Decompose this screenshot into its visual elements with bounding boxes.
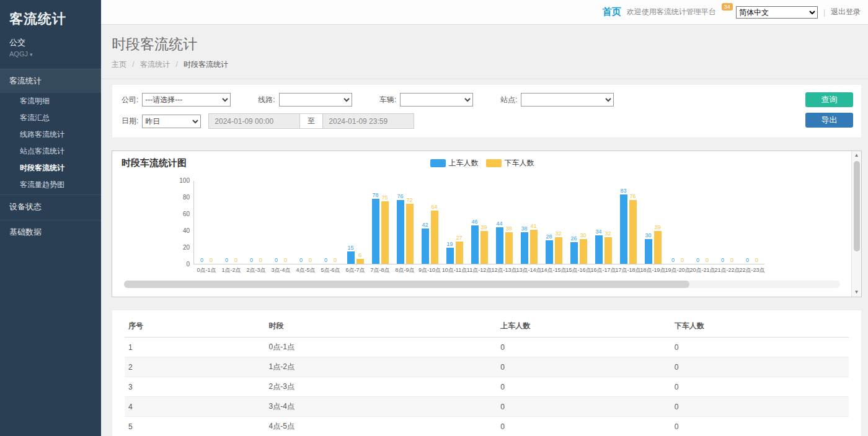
bar-value-label: 19 bbox=[446, 241, 453, 247]
station-select[interactable] bbox=[521, 93, 614, 107]
bar-group: 001点-2点 bbox=[219, 181, 244, 264]
x-axis-label: 6点-7点 bbox=[345, 266, 365, 274]
breadcrumb-current: 时段客流统计 bbox=[184, 60, 228, 69]
chart-horizontal-scrollbar[interactable] bbox=[124, 281, 840, 288]
bar-value-label: 0 bbox=[746, 257, 749, 263]
x-axis-label: 2点-3点 bbox=[246, 266, 265, 274]
bar-value-label: 75 bbox=[381, 194, 388, 201]
bar bbox=[471, 225, 479, 264]
bar-group: 003点-4点 bbox=[268, 181, 293, 264]
chart-panel: 时段车流统计图 上车人数下车人数 020406080100 000点-1点001… bbox=[112, 150, 862, 297]
line-select[interactable] bbox=[279, 93, 352, 107]
bar-value-label: 0 bbox=[225, 257, 228, 263]
export-button[interactable]: 导出 bbox=[805, 113, 853, 128]
table-row: 54点-5点00 bbox=[125, 417, 849, 436]
company-select[interactable]: ---请选择--- bbox=[142, 93, 231, 107]
table-cell: 0 bbox=[497, 338, 670, 357]
bar-group: 303918点-19点 bbox=[640, 181, 665, 264]
date-end-input[interactable] bbox=[322, 113, 414, 129]
topbar-divider: | bbox=[823, 8, 825, 17]
main-content: 时段客流统计 主页 / 客流统计 / 时段客流统计 公司: ---请选择--- … bbox=[101, 25, 868, 436]
bar bbox=[480, 231, 488, 264]
x-axis-label: 17点-18点 bbox=[615, 266, 640, 274]
bar-value-label: 38 bbox=[521, 225, 527, 232]
legend-item[interactable]: 下车人数 bbox=[486, 158, 534, 168]
sidebar-item[interactable]: 客流汇总 bbox=[0, 110, 101, 126]
notification-badge[interactable]: 34 bbox=[722, 3, 733, 11]
vertical-scroll-thumb[interactable] bbox=[854, 161, 860, 251]
breadcrumb: 主页 / 客流统计 / 时段客流统计 bbox=[112, 59, 862, 70]
vehicle-filter-label: 车辆: bbox=[379, 95, 396, 105]
bar bbox=[580, 239, 587, 264]
vehicle-select[interactable] bbox=[400, 93, 473, 107]
bar-group: 443812点-13点 bbox=[492, 181, 516, 264]
x-axis-label: 21点-22点 bbox=[714, 266, 740, 274]
sidebar-item[interactable]: 客流量趋势图 bbox=[0, 177, 101, 193]
sidebar-section[interactable]: 客流统计 bbox=[0, 69, 101, 93]
x-axis-label: 5点-6点 bbox=[321, 266, 340, 274]
bar-value-label: 72 bbox=[406, 197, 412, 203]
table-cell: 0 bbox=[497, 377, 670, 397]
legend-item[interactable]: 上车人数 bbox=[430, 158, 479, 168]
bar bbox=[555, 237, 562, 264]
x-axis-label: 22点-23点 bbox=[739, 266, 764, 274]
bar-value-label: 41 bbox=[530, 223, 536, 229]
bar-group: 000点-1点 bbox=[194, 181, 219, 264]
query-button[interactable]: 查询 bbox=[805, 92, 853, 107]
bar-value-label: 6 bbox=[358, 252, 361, 258]
bar-value-label: 0 bbox=[671, 257, 675, 263]
bar-value-label: 30 bbox=[645, 232, 651, 238]
breadcrumb-home[interactable]: 主页 bbox=[112, 60, 126, 69]
sidebar-item[interactable]: 时段客流统计 bbox=[0, 160, 101, 177]
y-axis-tick: 20 bbox=[183, 245, 190, 251]
home-link[interactable]: 首页 bbox=[603, 6, 621, 18]
bar-value-label: 32 bbox=[604, 230, 611, 237]
x-axis-label: 19点-20点 bbox=[665, 266, 690, 274]
bar bbox=[356, 259, 364, 264]
scroll-up-icon[interactable]: ▲ bbox=[854, 151, 859, 160]
sidebar-item[interactable]: 客流明细 bbox=[0, 93, 101, 110]
scroll-down-icon[interactable]: ▼ bbox=[854, 288, 859, 297]
bar-value-label: 0 bbox=[259, 257, 262, 263]
sidebar-item[interactable]: 线路客流统计 bbox=[0, 126, 101, 143]
bar-value-label: 44 bbox=[496, 220, 502, 227]
table-cell: 0 bbox=[671, 357, 849, 377]
date-preset-select[interactable]: 昨日 bbox=[142, 115, 201, 128]
logout-link[interactable]: 退出登录 bbox=[831, 7, 861, 17]
bar bbox=[629, 200, 637, 264]
bar-value-label: 78 bbox=[372, 192, 378, 198]
bar-group: 005点-6点 bbox=[318, 181, 343, 264]
bar-value-label: 0 bbox=[730, 257, 733, 263]
bar bbox=[595, 235, 603, 264]
language-select[interactable]: 简体中文 bbox=[736, 6, 818, 19]
date-range-group: 至 bbox=[208, 113, 414, 129]
sidebar-item[interactable]: 站点客流统计 bbox=[0, 143, 101, 160]
horizontal-scroll-thumb[interactable] bbox=[124, 281, 689, 288]
y-axis-tick: 0 bbox=[186, 261, 190, 268]
chart-header: 时段车流统计图 上车人数下车人数 bbox=[122, 157, 843, 171]
bar-value-label: 34 bbox=[595, 229, 601, 235]
bar-value-label: 0 bbox=[284, 257, 287, 263]
sidebar-section[interactable]: 设备状态 bbox=[0, 194, 101, 219]
bar bbox=[505, 232, 513, 264]
company-selector[interactable]: AQGJ▾ bbox=[9, 50, 92, 58]
bar-value-label: 26 bbox=[570, 235, 577, 242]
bar bbox=[496, 227, 503, 264]
bar-value-label: 83 bbox=[620, 188, 626, 194]
date-start-input[interactable] bbox=[208, 113, 300, 129]
bar bbox=[521, 232, 528, 264]
x-axis-label: 7点-8点 bbox=[370, 266, 389, 274]
topbar: 首页 欢迎使用客流统计管理平台 34 简体中文 | 退出登录 bbox=[101, 0, 868, 25]
table-cell: 0 bbox=[671, 377, 849, 397]
chart-legend: 上车人数下车人数 bbox=[430, 158, 534, 168]
sidebar-section[interactable]: 基础数据 bbox=[0, 220, 101, 244]
bar-value-label: 15 bbox=[347, 245, 353, 251]
data-table-panel: 序号时段上车人数下车人数 10点-1点0021点-2点0032点-3点0043点… bbox=[112, 310, 862, 436]
bar-value-label: 30 bbox=[580, 232, 586, 238]
chart-vertical-scrollbar[interactable]: ▲ ▼ bbox=[851, 151, 861, 297]
bar-value-label: 0 bbox=[234, 257, 237, 263]
breadcrumb-section[interactable]: 客流统计 bbox=[140, 60, 170, 69]
bar-value-label: 0 bbox=[200, 257, 203, 263]
table-cell: 5 bbox=[125, 417, 265, 436]
page-header: 时段客流统计 主页 / 客流统计 / 时段客流统计 bbox=[101, 25, 868, 79]
